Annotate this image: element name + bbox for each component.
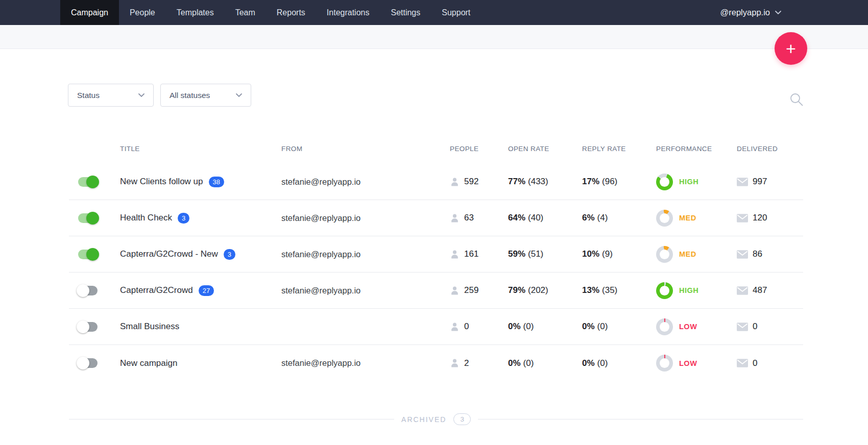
chevron-down-icon — [138, 93, 144, 97]
campaign-toggle[interactable] — [77, 212, 99, 225]
envelope-icon — [737, 250, 748, 259]
reply-rate-count: (9) — [602, 249, 613, 259]
delivered-count: 86 — [753, 249, 762, 259]
performance-donut-icon — [656, 282, 673, 299]
archived-label[interactable]: ARCHIVED — [401, 415, 446, 424]
open-rate-count: (433) — [528, 177, 548, 186]
open-rate-count: (0) — [523, 322, 534, 331]
open-rate-pct: 77% — [508, 177, 525, 186]
table-row: New campaign stefanie@replyapp.io 2 0%(0… — [69, 345, 803, 381]
reply-rate-pct: 13% — [582, 285, 599, 295]
new-count-badge: 3 — [224, 249, 235, 260]
from-email: stefanie@replyapp.io — [281, 358, 450, 368]
performance-label: LOW — [679, 359, 697, 367]
campaign-toggle[interactable] — [77, 248, 99, 261]
person-icon — [450, 177, 460, 187]
from-email: stefanie@replyapp.io — [281, 250, 450, 259]
top-nav: Campaign People Templates Team Reports I… — [0, 0, 868, 25]
delivered-count: 0 — [753, 322, 757, 332]
all-statuses-filter-label: All statuses — [170, 91, 210, 100]
envelope-icon — [737, 286, 748, 295]
campaign-title-link[interactable]: Capterra/G2Crowd — [120, 285, 193, 295]
performance-label: HIGH — [679, 178, 698, 186]
from-email: stefanie@replyapp.io — [281, 286, 450, 295]
performance-donut-icon — [656, 174, 673, 190]
open-rate-count: (202) — [528, 285, 548, 295]
sub-header-strip — [0, 25, 868, 49]
reply-rate-pct: 10% — [582, 249, 599, 259]
search-icon[interactable] — [789, 92, 804, 107]
person-icon — [450, 213, 460, 223]
plus-icon: + — [786, 40, 796, 57]
chevron-down-icon — [775, 11, 781, 14]
divider-line — [478, 419, 803, 419]
col-header-from: FROM — [281, 145, 450, 153]
from-email: stefanie@replyapp.io — [281, 177, 450, 187]
campaign-title-link[interactable]: New campaign — [120, 358, 177, 368]
nav-item-team[interactable]: Team — [225, 0, 266, 25]
account-menu[interactable]: @replyapp.io — [720, 0, 781, 25]
nav-item-templates[interactable]: Templates — [166, 0, 225, 25]
people-count: 161 — [464, 249, 478, 259]
col-header-performance: PERFORMANCE — [656, 145, 737, 153]
nav-item-support[interactable]: Support — [431, 0, 481, 25]
col-header-title: TITLE — [120, 145, 281, 153]
account-label: @replyapp.io — [720, 8, 770, 17]
performance-donut-icon — [656, 246, 673, 263]
delivered-count: 120 — [753, 213, 767, 223]
person-icon — [450, 358, 460, 368]
status-filter-label: Status — [77, 91, 100, 100]
divider-line — [69, 419, 394, 419]
all-statuses-filter-dropdown[interactable]: All statuses — [160, 84, 251, 107]
nav-item-people[interactable]: People — [119, 0, 166, 25]
open-rate-count: (0) — [523, 358, 534, 368]
campaign-toggle[interactable] — [77, 284, 99, 297]
status-filter-dropdown[interactable]: Status — [68, 84, 154, 107]
add-campaign-button[interactable]: + — [775, 32, 807, 65]
archived-count-badge[interactable]: 3 — [453, 413, 471, 425]
new-count-badge: 38 — [209, 177, 224, 187]
nav-item-settings[interactable]: Settings — [380, 0, 431, 25]
nav-item-campaign[interactable]: Campaign — [60, 0, 119, 25]
nav-item-reports[interactable]: Reports — [266, 0, 316, 25]
campaign-title-link[interactable]: Capterra/G2Crowd - New — [120, 249, 218, 259]
reply-rate-pct: 17% — [582, 177, 599, 186]
envelope-icon — [737, 359, 748, 367]
campaign-title-link[interactable]: New Clients follow up — [120, 177, 203, 187]
performance-label: LOW — [679, 323, 697, 331]
campaign-toggle[interactable] — [77, 176, 99, 188]
open-rate-pct: 59% — [508, 249, 525, 259]
col-header-delivered: DELIVERED — [737, 145, 803, 153]
performance-label: MED — [679, 214, 696, 222]
from-email: stefanie@replyapp.io — [281, 213, 450, 223]
open-rate-pct: 79% — [508, 285, 525, 295]
col-header-people: PEOPLE — [450, 145, 508, 153]
envelope-icon — [737, 323, 748, 331]
reply-rate-count: (96) — [602, 177, 617, 186]
people-count: 0 — [464, 322, 469, 332]
person-icon — [450, 322, 460, 332]
new-count-badge: 3 — [178, 213, 189, 224]
delivered-count: 997 — [753, 177, 767, 187]
reply-rate-count: (35) — [602, 285, 617, 295]
envelope-icon — [737, 214, 748, 222]
delivered-count: 487 — [753, 285, 767, 295]
campaigns-table: TITLE FROM PEOPLE OPEN RATE REPLY RATE P… — [69, 134, 803, 381]
campaign-title-link[interactable]: Small Business — [120, 322, 179, 332]
people-count: 259 — [464, 285, 478, 295]
person-icon — [450, 250, 460, 259]
open-rate-count: (40) — [528, 213, 543, 222]
performance-label: MED — [679, 250, 696, 258]
campaign-toggle[interactable] — [77, 320, 99, 333]
campaign-title-link[interactable]: Health Check — [120, 213, 172, 223]
table-row: Health Check 3 stefanie@replyapp.io 63 6… — [69, 200, 803, 236]
nav-item-integrations[interactable]: Integrations — [316, 0, 380, 25]
table-row: Capterra/G2Crowd - New 3 stefanie@replya… — [69, 236, 803, 273]
col-header-open-rate: OPEN RATE — [508, 145, 582, 153]
table-row: New Clients follow up 38 stefanie@replya… — [69, 164, 803, 200]
reply-rate-pct: 0% — [582, 322, 595, 331]
person-icon — [450, 286, 460, 295]
open-rate-pct: 0% — [508, 358, 521, 368]
open-rate-pct: 0% — [508, 322, 521, 331]
campaign-toggle[interactable] — [77, 357, 99, 369]
